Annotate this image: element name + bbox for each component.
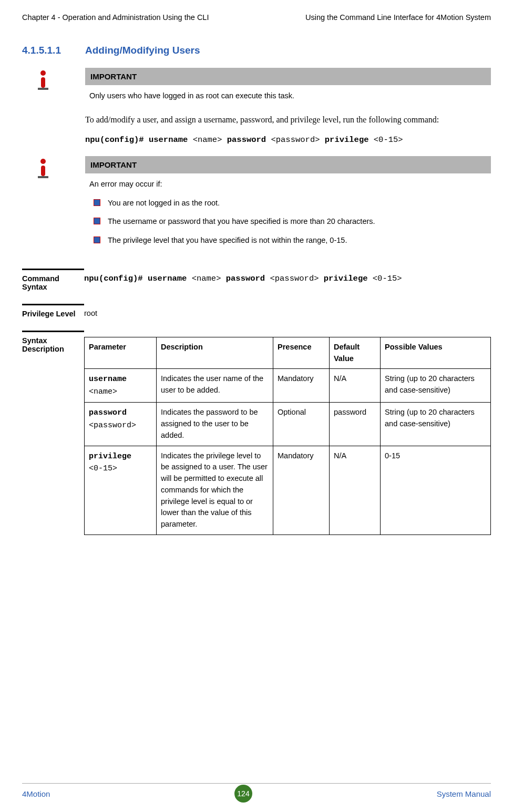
svg-rect-1 (41, 77, 45, 88)
syntax-table: Parameter Description Presence Default V… (84, 337, 491, 535)
bullet-item: The privilege level that you have specif… (94, 235, 487, 246)
cell-parameter: privilege<0-15> (85, 446, 157, 535)
param-bold: username (89, 375, 127, 384)
param-bold: password (89, 408, 127, 417)
info-icon (38, 158, 48, 178)
page-footer: 4Motion 124 System Manual (22, 783, 491, 803)
cell-possible: String (up to 20 characters and case-sen… (381, 403, 491, 446)
cmd-arg-privilege: <0-15> (374, 135, 403, 145)
cell-description: Indicates the privilege level to be assi… (157, 446, 273, 535)
section-title: Adding/Modifying Users (85, 45, 200, 56)
cmd-prefix: npu(config)# username (84, 274, 192, 283)
header-right: Using the Command Line Interface for 4Mo… (305, 13, 491, 22)
cell-description: Indicates the password to be assigned to… (157, 403, 273, 446)
bullet-list: You are not logged in as the root. The u… (89, 198, 487, 246)
bullet-text: The username or password that you have s… (108, 216, 375, 228)
cell-possible: String (up to 20 characters and case-sen… (381, 369, 491, 403)
cell-default: password (330, 403, 381, 446)
important-label: IMPORTANT (85, 68, 491, 85)
info-icon (38, 70, 48, 90)
cmd-mid2: privilege (320, 135, 373, 145)
privilege-level-label: Privilege Level (22, 304, 84, 318)
cell-default: N/A (330, 446, 381, 535)
cell-presence: Optional (273, 403, 330, 446)
cmd-arg-name: <name> (193, 135, 222, 145)
page-header: Chapter 4 - Operation and Administration… (22, 13, 491, 24)
important-label: IMPORTANT (85, 156, 491, 173)
cell-parameter: username<name> (85, 369, 157, 403)
param-bold: privilege (89, 452, 131, 461)
section-heading: 4.1.5.1.1 Adding/Modifying Users (22, 45, 491, 56)
important-block-2: IMPORTANT An error may occur if: You are… (22, 156, 491, 256)
cell-description: Indicates the user name of the user to b… (157, 369, 273, 403)
th-presence: Presence (273, 337, 330, 369)
bullet-text: The privilege level that you have specif… (108, 235, 347, 246)
bullet-item: The username or password that you have s… (94, 216, 487, 228)
th-possible: Possible Values (381, 337, 491, 369)
th-parameter: Parameter (85, 337, 157, 369)
cell-presence: Mandatory (273, 369, 330, 403)
bullet-text: You are not logged in as the root. (108, 198, 220, 209)
cmd-arg: <0-15> (373, 274, 402, 283)
cmd-arg: <password> (270, 274, 319, 283)
section-number: 4.1.5.1.1 (22, 45, 85, 56)
page-number: 124 (234, 785, 252, 803)
privilege-level-row: Privilege Level root (22, 304, 491, 318)
icon-column (22, 156, 85, 256)
important-block-1: IMPORTANT Only users who have logged in … (22, 68, 491, 104)
th-default: Default Value (330, 337, 381, 369)
syntax-description-label: Syntax Description (22, 331, 84, 535)
command-example: npu(config)# username <name> password <p… (85, 135, 491, 145)
privilege-level-value: root (84, 304, 491, 318)
bullet-square-icon (94, 199, 100, 206)
important-intro: An error may occur if: (89, 179, 487, 190)
table-row: password<password> Indicates the passwor… (85, 403, 491, 446)
cmd-mid: password (221, 274, 270, 283)
icon-column (22, 68, 85, 104)
param-arg: <password> (89, 421, 136, 430)
cell-possible: 0-15 (381, 446, 491, 535)
cmd-arg-password: <password> (271, 135, 320, 145)
svg-rect-5 (38, 176, 48, 178)
th-description: Description (157, 337, 273, 369)
svg-rect-4 (41, 166, 45, 176)
syntax-description-row: Syntax Description Parameter Description… (22, 331, 491, 535)
intro-paragraph: To add/modify a user, and assign a usern… (85, 112, 491, 127)
cmd-arg: <name> (192, 274, 221, 283)
bullet-item: You are not logged in as the root. (94, 198, 487, 209)
param-arg: <0-15> (89, 464, 117, 473)
table-header-row: Parameter Description Presence Default V… (85, 337, 491, 369)
bullet-square-icon (94, 218, 100, 224)
cmd-prefix: npu(config)# username (85, 135, 193, 145)
svg-point-3 (40, 159, 46, 164)
bullet-square-icon (94, 237, 100, 243)
command-syntax-row: Command Syntax npu(config)# username <na… (22, 269, 491, 291)
svg-rect-2 (38, 88, 48, 90)
cell-presence: Mandatory (273, 446, 330, 535)
param-arg: <name> (89, 387, 117, 396)
svg-point-0 (40, 70, 46, 76)
table-row: username<name> Indicates the user name o… (85, 369, 491, 403)
cell-default: N/A (330, 369, 381, 403)
command-syntax-value: npu(config)# username <name> password <p… (84, 269, 491, 291)
cell-parameter: password<password> (85, 403, 157, 446)
cmd-mid: privilege (319, 274, 372, 283)
header-left: Chapter 4 - Operation and Administration… (22, 13, 209, 22)
footer-left: 4Motion (22, 789, 50, 798)
important-text: Only users who have logged in as root ca… (85, 85, 491, 104)
cmd-mid1: password (222, 135, 271, 145)
command-syntax-label: Command Syntax (22, 269, 84, 291)
footer-right: System Manual (437, 789, 491, 798)
table-row: privilege<0-15> Indicates the privilege … (85, 446, 491, 535)
